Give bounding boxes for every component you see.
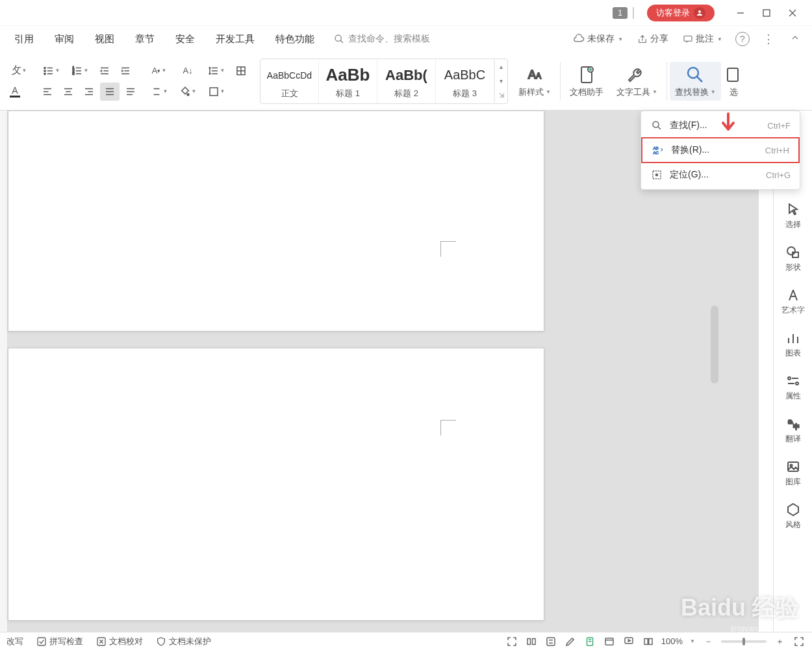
table-button[interactable]: ▼	[203, 83, 230, 101]
zoom-in-button[interactable]: ＋	[773, 635, 786, 648]
command-search[interactable]: 查找命令、搜索模板	[334, 33, 430, 45]
scrollbar-thumb[interactable]	[711, 306, 718, 384]
zoom-out-button[interactable]: －	[702, 635, 715, 648]
line-spacing-button[interactable]: ▼	[203, 62, 230, 80]
style-scroll-down[interactable]: ▾	[494, 74, 507, 88]
sort-button[interactable]: A↓	[174, 62, 201, 80]
minimize-button[interactable]	[728, 3, 754, 23]
doc-proof-button[interactable]: 文档校对	[96, 636, 143, 647]
style-preview: AaBb(	[385, 63, 427, 88]
sidebar-gallery[interactable]: 图库	[785, 459, 801, 488]
svg-line-59	[658, 127, 661, 129]
chevron-down-icon[interactable]: ▼	[690, 638, 695, 644]
svg-point-0	[698, 10, 701, 13]
align-center-button[interactable]	[58, 83, 78, 101]
doc-protection-button[interactable]: 文档未保护	[156, 636, 211, 647]
replace-label: 替换(R)...	[671, 144, 765, 156]
edit-mode-button[interactable]	[564, 635, 577, 648]
svg-point-12	[44, 73, 45, 74]
menu-features[interactable]: 特色功能	[266, 29, 324, 49]
page-view-button[interactable]	[583, 635, 596, 648]
tab-separator	[633, 7, 634, 19]
borders-button[interactable]	[231, 62, 251, 80]
text-direction-button[interactable]: 攵▼	[5, 62, 32, 80]
align-distribute-button[interactable]	[121, 83, 140, 101]
increase-indent-button[interactable]	[116, 62, 135, 80]
select-button[interactable]: 选	[721, 64, 747, 98]
style-expand[interactable]: ⇲	[494, 88, 507, 103]
sidebar-wordart[interactable]: 艺术字	[781, 287, 805, 316]
dropdown-goto[interactable]: 定位(G)... Ctrl+G	[641, 163, 800, 187]
tabs-button[interactable]: ▼	[146, 83, 173, 101]
new-style-icon: AA	[524, 64, 545, 85]
style-heading2[interactable]: AaBb( 标题 2	[377, 59, 436, 103]
sidebar-select[interactable]: 选择	[785, 202, 801, 230]
document-page-1[interactable]	[8, 110, 544, 332]
share-button[interactable]: 分享	[632, 31, 674, 47]
dropdown-replace[interactable]: ABAC 替换(R)... Ctrl+H	[641, 137, 800, 163]
overwrite-mode[interactable]: 改写	[6, 636, 23, 647]
maximize-button[interactable]	[754, 3, 780, 23]
spellcheck-button[interactable]: 拼写检查	[36, 636, 83, 647]
sidebar-shape[interactable]: 形状	[785, 244, 801, 273]
menu-chapter[interactable]: 章节	[126, 29, 164, 49]
style-heading1[interactable]: AaBb 标题 1	[319, 59, 377, 103]
cursor-icon	[785, 202, 801, 217]
unsaved-button[interactable]: 未保存 ▼	[568, 31, 628, 47]
shading-button[interactable]: ▼	[174, 83, 201, 101]
outline-view-button[interactable]	[544, 635, 557, 648]
bullet-list-button[interactable]: ▼	[38, 62, 65, 80]
menu-view[interactable]: 视图	[86, 29, 123, 49]
vertical-ruler[interactable]	[0, 110, 8, 632]
sidebar-properties[interactable]: 属性	[785, 373, 801, 402]
doc-assistant-button[interactable]: 文档助手	[563, 64, 610, 98]
sidebar-chart[interactable]: 图表	[785, 330, 801, 359]
presentation-button[interactable]	[622, 635, 635, 648]
svg-text:AB: AB	[653, 146, 659, 150]
style-preview: AaBbCcDd	[267, 63, 312, 88]
menu-quote[interactable]: 引用	[5, 29, 43, 49]
new-style-button[interactable]: AA 新样式▼	[512, 64, 557, 98]
menu-security[interactable]: 安全	[166, 29, 204, 49]
numbered-list-button[interactable]: 123▼	[66, 62, 94, 80]
style-heading3[interactable]: AaBbC 标题 3	[436, 59, 494, 103]
clear-format-button[interactable]: A▾▼	[146, 62, 173, 80]
page-margin-corner	[440, 241, 456, 257]
styles-gallery: AaBbCcDd 正文 AaBb 标题 1 AaBb( 标题 2 AaBbC 标…	[260, 58, 508, 104]
decrease-indent-button[interactable]	[95, 62, 114, 80]
document-page-2[interactable]	[8, 348, 544, 621]
reading-view-button[interactable]	[525, 635, 538, 648]
web-view-button[interactable]	[603, 635, 616, 648]
zoom-slider[interactable]	[721, 640, 767, 643]
sidebar-translate[interactable]: a中翻译	[785, 416, 801, 445]
text-tools-button[interactable]: 文字工具▼	[610, 64, 664, 98]
zoom-level[interactable]: 100%	[661, 636, 683, 646]
split-view-button[interactable]	[642, 635, 655, 648]
align-right-button[interactable]	[79, 83, 99, 101]
collapse-ribbon-button[interactable]	[790, 32, 800, 46]
style-normal[interactable]: AaBbCcDd 正文	[260, 59, 319, 103]
properties-icon	[785, 373, 801, 389]
find-label: 查找(F)...	[670, 120, 767, 131]
more-menu-button[interactable]: ⋮	[763, 32, 774, 46]
find-replace-button[interactable]: 查找替换▼	[670, 62, 721, 101]
svg-point-8	[44, 67, 45, 68]
help-button[interactable]: ?	[735, 32, 750, 46]
menu-devtools[interactable]: 开发工具	[207, 29, 264, 49]
font-group: 攵▼ A	[5, 62, 32, 101]
align-justify-button[interactable]	[100, 83, 120, 101]
separator	[560, 62, 561, 101]
align-left-button[interactable]	[38, 83, 57, 101]
sidebar-style[interactable]: 风格	[785, 502, 801, 530]
font-color-button[interactable]: A	[5, 83, 25, 101]
annotations-button[interactable]: 批注 ▼	[678, 31, 728, 47]
style-scroll-up[interactable]: ▴	[494, 60, 507, 74]
close-button[interactable]	[780, 3, 806, 23]
fullscreen-button[interactable]	[505, 635, 518, 648]
comment-icon	[683, 34, 693, 44]
shield-icon	[156, 636, 166, 647]
menu-review[interactable]: 审阅	[45, 29, 83, 49]
fit-page-button[interactable]	[793, 635, 806, 648]
search-icon	[685, 64, 705, 85]
guest-login-button[interactable]: 访客登录	[647, 5, 715, 21]
